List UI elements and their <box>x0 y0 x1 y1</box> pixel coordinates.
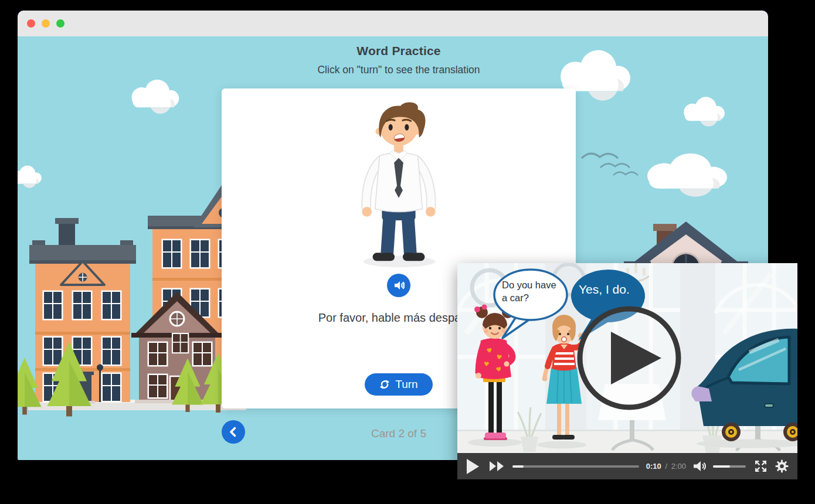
refresh-icon <box>379 379 390 390</box>
duration: 2:00 <box>671 462 686 471</box>
video-controls: 0:10 / 2:00 <box>457 453 797 479</box>
current-time: 0:10 <box>646 462 661 471</box>
play-button[interactable] <box>466 459 479 474</box>
progress-fill <box>512 465 524 468</box>
video-player[interactable]: Do you have a car? Yes, I do. 0:10 / 2:0… <box>457 263 797 479</box>
minimize-window-button[interactable] <box>42 19 50 28</box>
answer-bubble-text: Yes, I do. <box>579 282 655 297</box>
volume-button[interactable] <box>693 460 708 472</box>
window-titlebar <box>18 11 768 36</box>
play-icon <box>466 459 479 474</box>
zoom-window-button[interactable] <box>56 19 64 28</box>
speaker-icon <box>693 460 708 472</box>
house-right <box>624 222 748 267</box>
settings-button[interactable] <box>775 459 789 473</box>
progress-bar[interactable] <box>512 465 639 468</box>
video-play-overlay[interactable] <box>580 309 678 407</box>
practice-header: Word Practice Click on "turn" to see the… <box>222 44 576 76</box>
turn-button[interactable]: Turn <box>365 373 433 396</box>
page-subtitle: Click on "turn" to see the translation <box>222 64 576 76</box>
fast-forward-icon <box>490 461 504 471</box>
speaker-icon <box>393 280 405 291</box>
gear-icon <box>775 459 789 473</box>
fullscreen-icon <box>754 459 768 473</box>
birds <box>582 154 638 175</box>
time-display: 0:10 / 2:00 <box>646 462 686 471</box>
card-audio-button[interactable] <box>387 274 410 297</box>
volume-slider[interactable] <box>713 465 746 468</box>
car-wheel <box>722 423 741 441</box>
fullscreen-button[interactable] <box>754 459 768 473</box>
man-illustration <box>348 96 449 269</box>
close-window-button[interactable] <box>27 19 35 28</box>
fast-forward-button[interactable] <box>490 461 504 471</box>
page-title: Word Practice <box>222 44 576 58</box>
volume-fill <box>713 465 730 468</box>
question-bubble-text: Do you have a car? <box>502 279 566 305</box>
turn-button-label: Turn <box>395 378 417 391</box>
